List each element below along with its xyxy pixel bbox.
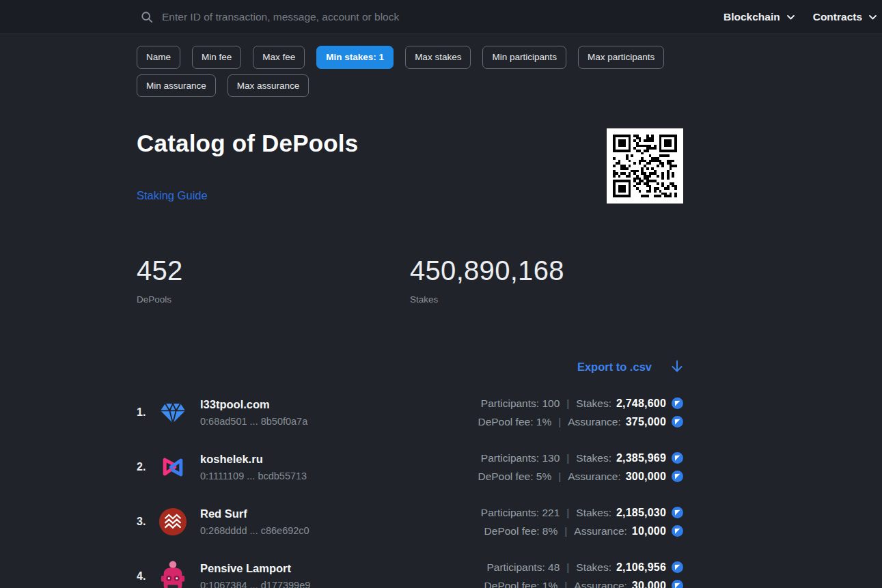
filter-chip-max-stakes[interactable]: Max stakes	[405, 46, 471, 69]
depool-stats-line1: Participants: 221 | Stakes: 2,185,030	[481, 503, 683, 522]
depool-row[interactable]: 2. koshelek.ru 0:1111109 ... bcdb55713 P…	[137, 440, 683, 494]
stakes-value: 2,106,956	[616, 561, 666, 574]
depool-identity: Red Surf 0:268dddd ... c86e692c0	[200, 507, 309, 536]
depool-rank: 1.	[137, 406, 151, 419]
crystal-currency-icon	[672, 416, 683, 428]
separator: |	[566, 397, 569, 410]
participants-value: Participants: 221	[481, 507, 560, 519]
menu-contracts-label: Contracts	[813, 11, 862, 23]
assurance-value: 30,000	[632, 580, 666, 588]
depool-avatar-icon	[159, 507, 187, 537]
stakes-value: 2,385,969	[616, 452, 666, 464]
depool-stats-line1: Participants: 100 | Stakes: 2,748,600	[478, 394, 683, 412]
depool-name[interactable]: Pensive Lamport	[200, 562, 310, 574]
depool-stats: Participants: 100 | Stakes: 2,748,600 De…	[478, 394, 683, 431]
depools-count-label: DePools	[137, 294, 410, 305]
fee-value: DePool fee: 1%	[484, 580, 558, 588]
filter-chip-min-assurance[interactable]: Min assurance	[137, 74, 216, 98]
depool-stats-line1: Participants: 130 | Stakes: 2,385,969	[478, 449, 683, 467]
fee-value: DePool fee: 5%	[478, 471, 551, 483]
depool-name[interactable]: koshelek.ru	[200, 453, 307, 465]
depool-avatar-icon	[159, 452, 187, 482]
assurance-value: 375,000	[626, 416, 666, 428]
fee-value: DePool fee: 8%	[484, 525, 558, 537]
depool-stats-line2: DePool fee: 5% | Assurance: 300,000	[478, 467, 683, 486]
search-icon	[141, 11, 153, 23]
participants-value: Participants: 48	[486, 561, 560, 574]
stakes-count: 450,890,168	[410, 255, 683, 285]
staking-guide-link[interactable]: Staking Guide	[137, 189, 208, 202]
depool-identity: koshelek.ru 0:1111109 ... bcdb55713	[200, 453, 307, 481]
stakes-value: 2,748,600	[616, 397, 666, 410]
filter-chip-max-participants[interactable]: Max participants	[578, 46, 664, 69]
depool-avatar-icon	[159, 397, 187, 428]
separator: |	[558, 416, 561, 428]
top-bar: Blockchain Contracts	[0, 0, 882, 34]
depool-row[interactable]: 4. Pensive Lamport 0:1067384 ... d177399…	[137, 549, 683, 588]
filter-chip-name[interactable]: Name	[137, 46, 180, 69]
stats: 452 DePools 450,890,168 Stakes	[137, 255, 683, 305]
depool-stats-line1: Participants: 48 | Stakes: 2,106,956	[484, 558, 683, 576]
search-box[interactable]	[141, 10, 523, 24]
separator: |	[566, 507, 569, 519]
crystal-currency-icon	[672, 397, 683, 409]
chevron-down-icon	[787, 15, 795, 20]
export-csv-button[interactable]: Export to .csv	[577, 360, 683, 374]
stakes-label: Stakes:	[576, 561, 611, 574]
stakes-label: Stakes:	[576, 507, 611, 519]
assurance-label: Assurance:	[568, 471, 621, 483]
stakes-label: Stakes:	[576, 452, 611, 464]
stat-stakes: 450,890,168 Stakes	[410, 255, 683, 305]
depool-name[interactable]: l33tpool.com	[200, 398, 307, 410]
stat-depools: 452 DePools	[137, 255, 410, 305]
depool-address: 0:1111109 ... bcdb55713	[200, 471, 307, 481]
menu-contracts[interactable]: Contracts	[813, 11, 877, 23]
depool-rank: 2.	[137, 461, 151, 473]
depool-list: 1. l33tpool.com 0:68ad501 ... 8b50f0a7a …	[137, 385, 683, 588]
crystal-currency-icon	[672, 525, 683, 537]
assurance-label: Assurance:	[568, 416, 621, 428]
crystal-currency-icon	[672, 507, 683, 518]
depools-count: 452	[137, 255, 410, 285]
page-title: Catalog of DePools	[137, 130, 358, 157]
participants-value: Participants: 130	[481, 452, 560, 464]
menu-blockchain[interactable]: Blockchain	[723, 11, 795, 23]
filter-chip-min-stakes-1[interactable]: Min stakes: 1	[316, 46, 394, 69]
depool-stats-line2: DePool fee: 1% | Assurance: 375,000	[478, 412, 683, 431]
depool-row[interactable]: 1. l33tpool.com 0:68ad501 ... 8b50f0a7a …	[137, 385, 683, 440]
depool-address: 0:68ad501 ... 8b50f0a7a	[200, 416, 307, 427]
participants-value: Participants: 100	[481, 397, 560, 410]
search-input[interactable]	[161, 10, 523, 24]
filter-chip-max-assurance[interactable]: Max assurance	[228, 74, 309, 98]
assurance-label: Assurance:	[574, 525, 627, 537]
fee-value: DePool fee: 1%	[478, 416, 551, 428]
top-nav: Blockchain Contracts	[723, 0, 877, 34]
depool-stats: Participants: 130 | Stakes: 2,385,969 De…	[478, 449, 683, 486]
depool-row[interactable]: 3. Red Surf 0:268dddd ... c86e692c0 Part…	[137, 494, 683, 549]
filter-chips: NameMin feeMax feeMin stakes: 1Max stake…	[137, 46, 683, 97]
chevron-down-icon	[869, 15, 877, 20]
depool-stats: Participants: 221 | Stakes: 2,185,030 De…	[481, 503, 683, 540]
separator: |	[564, 525, 567, 537]
assurance-value: 300,000	[626, 471, 666, 483]
separator: |	[558, 471, 561, 483]
assurance-value: 10,000	[632, 525, 666, 537]
separator: |	[566, 561, 569, 574]
depool-stats-line2: DePool fee: 1% | Assurance: 30,000	[484, 576, 683, 588]
filter-chip-min-participants[interactable]: Min participants	[482, 46, 566, 69]
depool-identity: Pensive Lamport 0:1067384 ... d177399e9	[200, 562, 310, 588]
filter-chip-max-fee[interactable]: Max fee	[253, 46, 305, 69]
depool-rank: 3.	[137, 516, 151, 528]
depool-name[interactable]: Red Surf	[200, 507, 309, 520]
depool-stats-line2: DePool fee: 8% | Assurance: 10,000	[481, 522, 683, 540]
download-arrow-icon	[672, 360, 683, 374]
crystal-currency-icon	[672, 452, 683, 464]
assurance-label: Assurance:	[574, 580, 627, 588]
stakes-label: Stakes:	[576, 397, 611, 410]
filter-chip-min-fee[interactable]: Min fee	[192, 46, 241, 69]
separator: |	[566, 452, 569, 464]
depool-stats: Participants: 48 | Stakes: 2,106,956 DeP…	[484, 558, 683, 588]
depool-address: 0:1067384 ... d177399e9	[200, 580, 310, 588]
depool-avatar-icon	[159, 561, 187, 588]
crystal-currency-icon	[672, 580, 683, 588]
